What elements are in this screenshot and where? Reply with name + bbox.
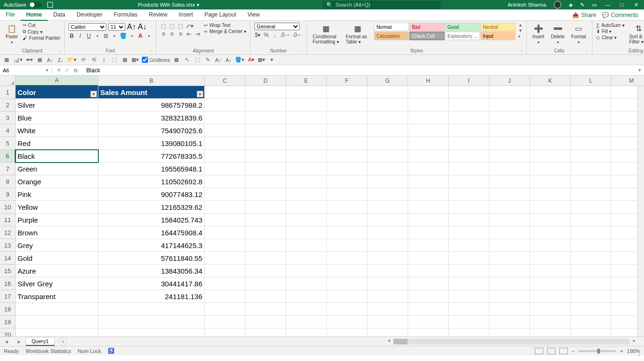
column-header-G[interactable]: G bbox=[367, 76, 408, 86]
row-header-15[interactable]: 15 bbox=[0, 265, 16, 277]
cell-H6[interactable] bbox=[408, 150, 449, 163]
cell-K16[interactable] bbox=[530, 277, 571, 290]
qat-icon[interactable]: ⟲ bbox=[90, 56, 97, 64]
cell-B9[interactable]: 90077483.12 bbox=[98, 188, 205, 201]
cell-A20[interactable] bbox=[16, 328, 98, 336]
cell-E18[interactable] bbox=[286, 303, 327, 316]
cell-G5[interactable] bbox=[367, 137, 408, 150]
delete-button[interactable]: ➖Delete▾ bbox=[549, 23, 566, 45]
cell-J3[interactable] bbox=[489, 112, 530, 124]
cell-A11[interactable]: Purple bbox=[16, 214, 98, 226]
cell-D18[interactable] bbox=[245, 303, 286, 316]
row-header-17[interactable]: 17 bbox=[0, 290, 16, 303]
styles-more-icon[interactable]: ▾ bbox=[518, 34, 522, 39]
cell-J16[interactable] bbox=[489, 277, 530, 290]
cell-L9[interactable] bbox=[571, 188, 611, 201]
qat-icon[interactable]: ⬚ bbox=[111, 56, 118, 64]
font-color-button[interactable]: A bbox=[137, 33, 144, 39]
qat-icon[interactable]: Z↓ bbox=[57, 56, 64, 64]
cell-C11[interactable] bbox=[205, 214, 245, 226]
toggle-icon[interactable] bbox=[29, 2, 42, 8]
cell-J11[interactable] bbox=[489, 214, 530, 226]
column-header-L[interactable]: L bbox=[571, 76, 611, 86]
cell-D5[interactable] bbox=[245, 137, 286, 150]
autosum-button[interactable]: ∑AutoSum ▾ bbox=[596, 23, 625, 28]
cell-F5[interactable] bbox=[327, 137, 367, 150]
column-header-B[interactable]: B bbox=[98, 76, 205, 86]
cell-F14[interactable] bbox=[327, 252, 367, 265]
cell-J14[interactable] bbox=[489, 252, 530, 265]
sheet-nav-prev[interactable]: ◄ bbox=[0, 339, 13, 344]
row-header-3[interactable]: 3 bbox=[0, 112, 16, 124]
align-center-icon[interactable]: ≡ bbox=[169, 31, 175, 37]
cell-G7[interactable] bbox=[367, 163, 408, 175]
cell-I12[interactable] bbox=[449, 226, 489, 239]
cell-G1[interactable] bbox=[367, 86, 408, 99]
cell-A4[interactable]: White bbox=[16, 124, 98, 137]
cell-I15[interactable] bbox=[449, 265, 489, 277]
cell-L17[interactable] bbox=[571, 290, 611, 303]
cell-C12[interactable] bbox=[205, 226, 245, 239]
cell-B12[interactable]: 164475908.4 bbox=[98, 226, 205, 239]
cell-K7[interactable] bbox=[530, 163, 571, 175]
decrease-decimal-icon[interactable]: .0← bbox=[292, 32, 303, 38]
cell-A17[interactable]: Transparent bbox=[16, 290, 98, 303]
merge-button[interactable]: ⬄Merge & Center ▾ bbox=[204, 29, 246, 34]
cell-E13[interactable] bbox=[286, 239, 327, 252]
cell-L7[interactable] bbox=[571, 163, 611, 175]
cell-B20[interactable] bbox=[98, 328, 205, 336]
percent-icon[interactable]: % bbox=[263, 32, 270, 38]
menu-tab-insert[interactable]: Insert bbox=[173, 9, 199, 21]
cell-J9[interactable] bbox=[489, 188, 530, 201]
zoom-out-icon[interactable]: − bbox=[572, 348, 574, 354]
cell-G19[interactable] bbox=[367, 316, 408, 328]
cell-K11[interactable] bbox=[530, 214, 571, 226]
insert-button[interactable]: ➕Insert▾ bbox=[531, 23, 546, 45]
cell-J4[interactable] bbox=[489, 124, 530, 137]
row-header-9[interactable]: 9 bbox=[0, 188, 16, 201]
cell-C4[interactable] bbox=[205, 124, 245, 137]
cell-D6[interactable] bbox=[245, 150, 286, 163]
qat-icon[interactable]: A↑ bbox=[214, 56, 222, 64]
cell-J20[interactable] bbox=[489, 328, 530, 336]
cell-I16[interactable] bbox=[449, 277, 489, 290]
cell-style-normal[interactable]: Normal bbox=[374, 23, 409, 31]
cell-H12[interactable] bbox=[408, 226, 449, 239]
cell-I2[interactable] bbox=[449, 99, 489, 112]
cell-D11[interactable] bbox=[245, 214, 286, 226]
cell-L18[interactable] bbox=[571, 303, 611, 316]
cell-F2[interactable] bbox=[327, 99, 367, 112]
cell-L20[interactable] bbox=[571, 328, 611, 336]
cell-A3[interactable]: Blue bbox=[16, 112, 98, 124]
cell-L14[interactable] bbox=[571, 252, 611, 265]
cell-C14[interactable] bbox=[205, 252, 245, 265]
cell-A10[interactable]: Yellow bbox=[16, 201, 98, 214]
cell-E20[interactable] bbox=[286, 328, 327, 336]
cell-E6[interactable] bbox=[286, 150, 327, 163]
menu-tab-developer[interactable]: Developer bbox=[71, 9, 108, 21]
worksheet-grid[interactable]: ABCDEFGHIJKLM 12345678910111213141516171… bbox=[0, 76, 644, 336]
cell-G18[interactable] bbox=[367, 303, 408, 316]
sort-filter-button[interactable]: ⇅Sort & Filter ▾ bbox=[627, 23, 644, 45]
cell-K3[interactable] bbox=[530, 112, 571, 124]
qat-icon[interactable]: ⬌▾ bbox=[26, 56, 33, 64]
cell-H18[interactable] bbox=[408, 303, 449, 316]
cell-B8[interactable]: 110502692.8 bbox=[98, 175, 205, 188]
cell-J10[interactable] bbox=[489, 201, 530, 214]
cell-F4[interactable] bbox=[327, 124, 367, 137]
cell-I10[interactable] bbox=[449, 201, 489, 214]
cell-B6[interactable]: 772678335.5 bbox=[98, 150, 205, 163]
row-header-6[interactable]: 6 bbox=[0, 150, 16, 163]
format-button[interactable]: ▭Format▾ bbox=[569, 23, 588, 45]
cell-I4[interactable] bbox=[449, 124, 489, 137]
row-header-8[interactable]: 8 bbox=[0, 175, 16, 188]
cell-I7[interactable] bbox=[449, 163, 489, 175]
autosave-toggle[interactable]: AutoSave bbox=[4, 2, 53, 8]
cell-I18[interactable] bbox=[449, 303, 489, 316]
save-icon[interactable] bbox=[47, 2, 53, 8]
cell-G14[interactable] bbox=[367, 252, 408, 265]
add-sheet-button[interactable]: + bbox=[59, 337, 67, 346]
qat-customize-icon[interactable]: ▾ bbox=[268, 56, 276, 64]
cell-J17[interactable] bbox=[489, 290, 530, 303]
normal-view-icon[interactable] bbox=[535, 348, 543, 354]
